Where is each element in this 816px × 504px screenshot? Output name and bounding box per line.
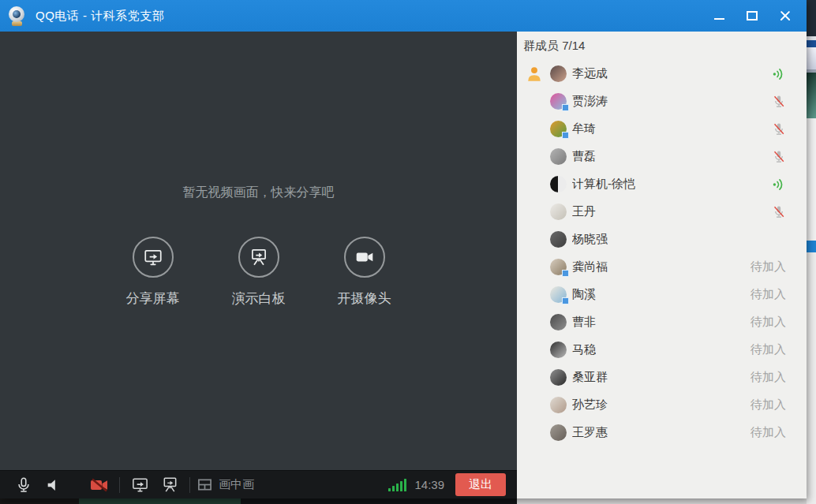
member-row[interactable]: 桑亚群 待加入	[517, 364, 807, 391]
member-status: 待加入	[750, 315, 786, 330]
picture-in-picture-button[interactable]: 画中画	[197, 477, 254, 492]
member-status	[772, 150, 786, 164]
microphone-button[interactable]	[11, 473, 36, 497]
avatar	[550, 397, 567, 413]
member-row[interactable]: 杨晓强	[517, 226, 807, 253]
call-duration: 14:39	[414, 478, 444, 491]
member-row[interactable]: 马稳 待加入	[517, 336, 807, 364]
share-actions: 分享屏幕 演示白板	[0, 237, 517, 308]
call-toolbar: 画中画 14:39 退出	[0, 470, 517, 498]
member-name: 杨晓强	[572, 232, 608, 247]
whiteboard-icon	[161, 476, 179, 494]
muted-mic-icon	[772, 205, 786, 219]
exit-call-button[interactable]: 退出	[455, 473, 506, 496]
minimize-button[interactable]	[709, 6, 729, 25]
share-screen-icon	[131, 476, 149, 494]
member-status	[772, 122, 786, 136]
camera-off-button[interactable]	[87, 473, 112, 497]
toolbar-divider	[119, 477, 120, 493]
member-status	[772, 177, 786, 192]
camera-off-icon	[89, 476, 110, 495]
member-status: 待加入	[750, 370, 786, 385]
member-name: 陶溪	[572, 287, 596, 302]
video-stage: 暂无视频画面，快来分享吧 分享屏幕	[0, 32, 517, 498]
microphone-icon	[15, 476, 32, 494]
avatar	[550, 231, 567, 248]
member-status: 待加入	[750, 398, 786, 413]
minimize-icon	[714, 18, 724, 20]
close-button[interactable]	[775, 6, 795, 25]
muted-mic-icon	[772, 95, 786, 109]
member-row[interactable]: 李远成	[517, 60, 807, 88]
avatar	[550, 121, 567, 137]
member-panel: 群成员 7/14 李远成 贾澎涛	[517, 32, 807, 498]
share-screen-button[interactable]: 分享屏幕	[125, 237, 181, 308]
toolbar-share-screen-button[interactable]	[127, 473, 152, 497]
camera-icon	[354, 247, 375, 267]
pip-label: 画中画	[219, 477, 254, 492]
member-status: 待加入	[750, 342, 786, 357]
pip-grid-icon	[197, 477, 212, 492]
member-count-header: 群成员 7/14	[517, 32, 807, 58]
member-status	[772, 67, 786, 81]
avatar	[550, 424, 567, 441]
speaking-indicator-icon	[772, 67, 786, 81]
member-list: 李远成 贾澎涛 牟琦	[517, 60, 807, 446]
whiteboard-icon	[249, 247, 269, 267]
member-status: 待加入	[750, 259, 786, 274]
window-title: QQ电话 - 计科系党支部	[36, 9, 164, 24]
member-row[interactable]: 龚尚福 待加入	[517, 253, 807, 281]
member-status	[772, 205, 786, 219]
avatar	[550, 65, 567, 82]
close-icon	[780, 10, 791, 21]
avatar	[550, 259, 567, 275]
member-name: 牟琦	[572, 121, 596, 136]
member-name: 贾澎涛	[572, 94, 608, 109]
member-name: 马稳	[572, 342, 596, 357]
avatar	[550, 369, 567, 386]
share-screen-label: 分享屏幕	[126, 289, 180, 308]
member-status	[772, 95, 786, 109]
member-row[interactable]: 陶溪 待加入	[517, 281, 807, 308]
member-row[interactable]: 王丹	[517, 198, 807, 226]
speaker-icon	[45, 476, 62, 494]
speaker-person-icon	[526, 65, 543, 82]
member-status: 待加入	[750, 425, 786, 440]
member-name: 曹磊	[572, 149, 596, 164]
qq-call-window: QQ电话 - 计科系党支部 暂无视频画面，快来分享吧 分享屏幕	[0, 0, 807, 498]
member-name: 王罗惠	[572, 425, 608, 440]
avatar	[550, 342, 567, 358]
muted-mic-icon	[772, 150, 786, 164]
share-screen-icon	[143, 247, 163, 267]
toolbar-divider	[189, 477, 190, 493]
webcam-app-icon	[8, 6, 27, 26]
maximize-button[interactable]	[742, 6, 762, 25]
avatar	[550, 286, 567, 303]
speaking-indicator-icon	[772, 177, 786, 192]
avatar	[550, 148, 567, 165]
muted-mic-icon	[772, 122, 786, 136]
speaker-button[interactable]	[41, 473, 66, 497]
member-row[interactable]: 牟琦	[517, 115, 807, 143]
member-name: 王丹	[572, 204, 596, 219]
no-video-hint: 暂无视频画面，快来分享吧	[0, 185, 517, 201]
maximize-icon	[747, 11, 758, 21]
member-row[interactable]: 王罗惠 待加入	[517, 419, 807, 446]
avatar	[550, 203, 567, 220]
toolbar-whiteboard-button[interactable]	[157, 473, 182, 497]
titlebar: QQ电话 - 计科系党支部	[0, 0, 807, 32]
member-row[interactable]: 计算机-徐恺	[517, 170, 807, 198]
member-row[interactable]: 曹磊	[517, 143, 807, 170]
member-row[interactable]: 孙艺珍 待加入	[517, 391, 807, 419]
member-name: 孙艺珍	[572, 398, 608, 413]
member-row[interactable]: 贾澎涛	[517, 88, 807, 115]
avatar	[550, 93, 567, 110]
signal-strength-indicator	[388, 479, 406, 491]
open-camera-button[interactable]: 开摄像头	[337, 237, 392, 308]
member-row[interactable]: 曹非 待加入	[517, 308, 807, 336]
member-name: 计算机-徐恺	[572, 177, 635, 192]
member-status: 待加入	[750, 287, 786, 302]
member-name: 桑亚群	[572, 370, 608, 385]
avatar	[550, 314, 567, 330]
whiteboard-button[interactable]: 演示白板	[231, 237, 286, 308]
